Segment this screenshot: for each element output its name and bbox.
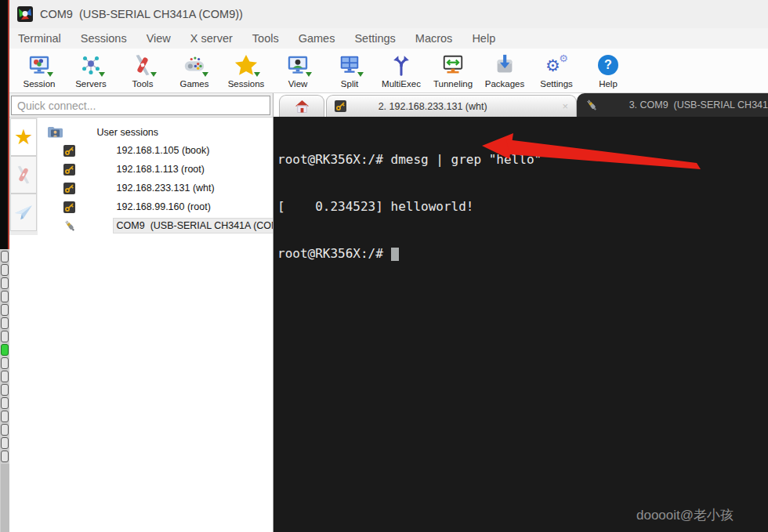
help-question-icon: ? (596, 53, 620, 77)
toolbar: Session (9, 49, 768, 93)
packages-box-icon (493, 53, 516, 77)
terminal[interactable]: root@RK356X:/# dmesg | grep "hello" [ 0.… (274, 117, 768, 532)
star-icon: ★ (14, 127, 33, 148)
view-monitor-icon (286, 53, 310, 77)
menubar: Terminal Sessions View X server Tools Ga… (9, 28, 768, 49)
rail-favorites-button[interactable]: ★ (10, 118, 37, 156)
dropdown-caret-icon (202, 72, 208, 77)
mobaxterm-window: COM9 (USB-SERIAL CH341A (COM9)) Terminal… (9, 0, 768, 532)
tab-3-com9-active[interactable]: 3. COM9 (USB-SERIAL CH341A (CO (577, 93, 768, 117)
background-mini-button (1, 277, 9, 289)
toolbar-games-button[interactable]: Games (168, 49, 220, 92)
menu-view[interactable]: View (147, 32, 171, 45)
dropdown-caret-icon (254, 72, 260, 77)
toolbar-label: Sessions (228, 79, 265, 89)
serial-plug-icon (585, 93, 624, 117)
menu-games[interactable]: Games (299, 32, 335, 45)
toolbar-sessions-button[interactable]: Sessions (220, 49, 272, 92)
session-label: 192.168.1.105 (book) (114, 143, 213, 157)
background-mini-button (1, 451, 9, 462)
tab-2-session[interactable]: 2. 192.168.233.131 (wht) × (326, 95, 577, 117)
red-arrow-annotation (274, 117, 768, 532)
background-mini-button (1, 437, 9, 449)
toolbar-label: Games (179, 79, 208, 89)
terminal-line: root@RK356X:/# (277, 246, 768, 262)
tab-home[interactable] (279, 95, 324, 117)
toolbar-label: Help (599, 79, 618, 89)
menu-help[interactable]: Help (472, 32, 495, 45)
tree-item-session-com9[interactable]: COM9 (USB-SERIAL CH341A (COM9)) (38, 216, 273, 235)
dropdown-caret-icon (47, 72, 53, 77)
watermark: dooooit@老小孩 (636, 508, 734, 523)
background-mini-button (1, 264, 9, 276)
background-mini-button (1, 411, 9, 422)
close-tab-icon[interactable]: × (562, 100, 568, 112)
menu-macros[interactable]: Macros (415, 32, 453, 45)
session-label: COM9 (USB-SERIAL CH341A (COM9)) (114, 219, 273, 233)
toolbar-label: MultiExec (382, 79, 421, 89)
background-strip-filler (1, 464, 9, 532)
background-mini-button (1, 331, 9, 342)
menu-tools[interactable]: Tools (252, 32, 279, 45)
terminal-line: [ 0.234523] helloworld! (277, 199, 768, 215)
split-screen-icon (338, 53, 361, 77)
background-mini-button (1, 304, 9, 316)
background-mini-button (1, 317, 9, 329)
session-label: 192.168.99.160 (root) (114, 200, 214, 214)
paper-plane-icon (13, 202, 34, 223)
rail-tools-button[interactable] (10, 156, 37, 194)
background-mini-button (1, 384, 9, 396)
main-pane: 2. 192.168.233.131 (wht) × (274, 93, 768, 532)
toolbar-multiexec-button[interactable]: MultiExec (375, 49, 427, 92)
swiss-knife-icon (13, 165, 34, 185)
home-icon (295, 100, 310, 114)
tab-label: 3. COM9 (USB-SERIAL CH341A (CO (629, 100, 768, 110)
toolbar-help-button[interactable]: ? Help (582, 49, 634, 92)
titlebar[interactable]: COM9 (USB-SERIAL CH341A (COM9)) (9, 0, 768, 28)
toolbar-servers-button[interactable]: Servers (65, 49, 117, 92)
background-window-strip (0, 0, 9, 532)
toolbar-label: Tools (132, 79, 154, 89)
toolbar-session-button[interactable]: Session (13, 49, 65, 92)
screen: COM9 (USB-SERIAL CH341A (COM9)) Terminal… (0, 0, 768, 532)
toolbar-settings-button[interactable]: ⚙ ⚙ Settings (531, 49, 582, 92)
dropdown-caret-icon (306, 72, 312, 77)
toolbar-label: Tunneling (433, 79, 473, 89)
quick-connect-input[interactable] (11, 96, 270, 115)
background-mini-button (1, 291, 9, 302)
background-mini-button (1, 251, 9, 262)
background-window-buttons (0, 249, 9, 532)
tab-label: 2. 192.168.233.131 (wht) (379, 101, 487, 112)
toolbar-packages-button[interactable]: Packages (479, 49, 531, 92)
toolbar-label: Packages (485, 79, 525, 89)
toolbar-label: Servers (75, 79, 107, 89)
dropdown-caret-icon (99, 72, 105, 77)
menu-terminal[interactable]: Terminal (18, 32, 61, 45)
toolbar-view-button[interactable]: View (272, 49, 324, 92)
menu-sessions[interactable]: Sessions (81, 32, 127, 45)
window-title: COM9 (USB-SERIAL CH341A (COM9)) (40, 8, 243, 20)
quick-connect-row (9, 93, 273, 117)
swiss-knife-icon (131, 53, 154, 77)
dropdown-caret-icon (150, 72, 157, 77)
background-window-dark-area (0, 0, 9, 249)
sidebar-body: ★ (9, 117, 273, 532)
gears-icon: ⚙ ⚙ (545, 53, 568, 77)
toolbar-tools-button[interactable]: Tools (117, 49, 168, 92)
rail-macros-button[interactable] (10, 194, 37, 231)
mobaxterm-logo-icon (17, 6, 33, 22)
menu-settings[interactable]: Settings (354, 32, 395, 45)
tunneling-monitor-icon (441, 53, 465, 77)
sidebar-rail: ★ (9, 118, 38, 532)
terminal-line: root@RK356X:/# dmesg | grep "hello" (277, 152, 768, 168)
session-label: 192.168.1.113 (root) (114, 162, 208, 176)
background-mini-button (1, 357, 9, 369)
dropdown-caret-icon (357, 72, 364, 77)
menu-x-server[interactable]: X server (190, 32, 233, 45)
session-label: 192.168.233.131 (wht) (114, 181, 218, 195)
toolbar-tunneling-button[interactable]: Tunneling (427, 49, 479, 92)
session-monitor-icon (27, 53, 51, 77)
sessions-tree: User sessions 192.1 (38, 118, 273, 532)
sidebar: ★ (9, 93, 274, 532)
background-mini-button (1, 371, 9, 382)
